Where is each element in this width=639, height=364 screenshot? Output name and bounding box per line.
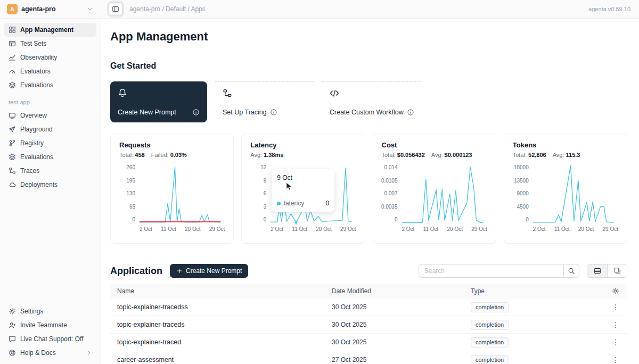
set-up-tracing-card[interactable]: Set Up Tracing — [215, 81, 314, 122]
series-dot — [277, 202, 281, 205]
plus-icon — [176, 268, 183, 274]
tracing-icon — [223, 88, 232, 98]
table-view-icon — [594, 267, 601, 275]
y-axis-labels: 260195130650 — [119, 165, 140, 222]
sidebar-item-invite-teammate[interactable]: Invite Teammate — [4, 318, 96, 332]
x-axis-labels: 2 Oct11 Oct20 Oct29 Oct — [402, 226, 487, 232]
row-menu-button[interactable]: ⋮ — [612, 303, 619, 311]
page-title: App Management — [110, 30, 627, 44]
create-button-label: Create New Prompt — [186, 267, 242, 275]
card-view-button[interactable] — [607, 264, 627, 277]
table-row[interactable]: topic-explainer-traceds 30 Oct 2025 comp… — [110, 316, 627, 334]
chart-tooltip: 9 Oct latency 0 — [272, 169, 334, 212]
workspace-switcher[interactable]: A agenta-pro — [0, 4, 101, 14]
sidebar-item-deployments[interactable]: Deployments — [4, 178, 96, 192]
sidebar: App Management Test Sets Observability E… — [0, 19, 101, 364]
main-content: App Management Get Started Create New Pr… — [101, 19, 639, 364]
search-input[interactable] — [419, 264, 563, 278]
prompt-icon — [118, 88, 127, 97]
app-name: career-assessment — [110, 356, 325, 363]
table-view-button[interactable] — [587, 264, 607, 277]
card-view-icon — [613, 267, 621, 275]
y-axis-labels: 1800013500900045000 — [513, 165, 533, 222]
code-icon — [330, 88, 339, 98]
card-label: Set Up Tracing — [223, 109, 267, 116]
app-name: topic-explainer-tracedss — [110, 303, 325, 311]
search-button[interactable] — [563, 264, 579, 278]
sidebar-item-test-sets[interactable]: Test Sets — [4, 37, 96, 51]
column-header-date-modified: Date Modified — [325, 287, 464, 295]
sidebar-item-app-management[interactable]: App Management — [4, 23, 96, 37]
sidebar-item-help-docs[interactable]: Help & Docs — [4, 346, 96, 360]
sidebar-item-label: Traces — [20, 167, 39, 175]
create-new-prompt-button[interactable]: Create New Prompt — [170, 264, 248, 278]
column-header-name: Name — [110, 287, 325, 295]
stat-metrics: Total:$0.056432 Avg:$0.000123 — [382, 152, 487, 158]
sidebar-item-traces[interactable]: Traces — [4, 164, 96, 178]
sidebar-item-evaluations-app[interactable]: Evaluations — [4, 150, 96, 164]
app-date-modified: 30 Oct 2025 — [325, 303, 464, 311]
create-custom-workflow-card[interactable]: Create Custom Workflow — [322, 81, 421, 122]
sidebar-item-label: Observability — [20, 54, 57, 61]
stat-metrics: Total:458 Failed:0.03% — [119, 152, 225, 158]
sidebar-item-label: Evaluations — [20, 81, 53, 89]
info-icon[interactable] — [270, 109, 277, 116]
sidebar-item-evaluations[interactable]: Evaluations — [4, 78, 96, 92]
tooltip-series: latency — [284, 200, 304, 207]
stat-title: Requests — [119, 141, 225, 149]
sidebar-item-registry[interactable]: Registry — [4, 136, 96, 150]
create-new-prompt-card[interactable]: Create New Prompt — [110, 81, 207, 122]
monitor-icon — [9, 112, 16, 119]
get-started-cards: Create New Prompt Set Up Tracing Create … — [110, 81, 627, 122]
app-date-modified: 30 Oct 2025 — [325, 338, 464, 346]
table-row[interactable]: topic-explainer-tracedss 30 Oct 2025 com… — [110, 299, 627, 316]
table-row[interactable]: topic-explainer-traced 30 Oct 2025 compl… — [110, 334, 627, 351]
row-menu-button[interactable]: ⋮ — [612, 321, 619, 328]
sidebar-item-label: App Management — [20, 26, 73, 34]
cloud-icon — [9, 181, 16, 188]
table-row[interactable]: career-assessment 27 Oct 2025 completion… — [110, 351, 627, 364]
applications-table: Name Date Modified Type topic-explainer-… — [110, 284, 627, 364]
grid-icon — [9, 26, 16, 34]
search-group — [419, 264, 579, 278]
layers-icon — [9, 153, 16, 161]
sidebar-item-label: Overview — [20, 112, 47, 119]
sidebar-item-overview[interactable]: Overview — [4, 109, 96, 122]
tokens-stat-card: Tokens Total:52,806 Avg:115.3 1800013500… — [504, 134, 627, 244]
table-header: Name Date Modified Type — [110, 284, 627, 299]
layers-icon — [9, 81, 16, 89]
sidebar-item-label: Deployments — [20, 181, 58, 188]
app-version: agenta v0.59.10 — [588, 6, 639, 12]
sidebar-item-live-chat[interactable]: Live Chat Support: Off — [4, 332, 96, 346]
stat-metrics: Avg:1.38ms — [250, 152, 356, 158]
sidebar-item-evaluators[interactable]: Evaluators — [4, 64, 96, 78]
tooltip-value: 0 — [326, 200, 330, 207]
type-badge: completion — [471, 355, 509, 364]
sidebar-item-settings[interactable]: Settings — [4, 304, 96, 318]
row-menu-button[interactable]: ⋮ — [612, 338, 619, 346]
sidebar-item-observability[interactable]: Observability — [4, 51, 96, 64]
gear-icon — [9, 308, 16, 315]
sidebar-collapse-button[interactable] — [109, 2, 122, 16]
requests-chart[interactable] — [140, 165, 225, 222]
info-icon[interactable] — [192, 109, 200, 116]
app-name: topic-explainer-traceds — [110, 321, 325, 328]
x-axis-labels: 2 Oct11 Oct20 Oct29 Oct — [533, 226, 618, 232]
tokens-chart[interactable] — [533, 165, 618, 222]
cost-chart[interactable] — [402, 165, 487, 222]
chart-line-icon — [9, 54, 16, 61]
user-plus-icon — [9, 321, 16, 329]
row-menu-button[interactable]: ⋮ — [612, 356, 619, 363]
sidebar-item-label: Help & Docs — [20, 349, 56, 357]
info-icon[interactable] — [407, 109, 414, 116]
branch-icon — [9, 139, 16, 147]
help-icon — [9, 349, 16, 357]
get-started-title: Get Started — [110, 61, 627, 71]
topbar: A agenta-pro agenta-pro / Default / Apps… — [0, 0, 639, 19]
sidebar-item-playground[interactable]: Playground — [4, 122, 96, 136]
breadcrumb[interactable]: agenta-pro / Default / Apps — [129, 5, 206, 13]
tree-icon — [9, 167, 16, 175]
sidebar-item-label: Invite Teammate — [20, 321, 67, 329]
y-axis-labels: 0.0140.01050.0070.00350 — [382, 165, 402, 222]
column-settings-button[interactable] — [604, 287, 627, 295]
